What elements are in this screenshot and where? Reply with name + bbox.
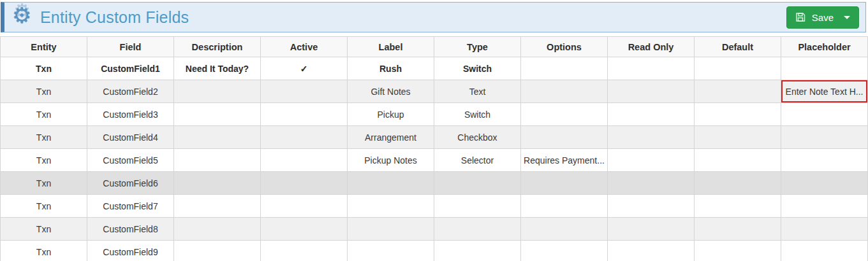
cell-options[interactable] <box>521 57 608 80</box>
cell-entity[interactable]: Txn <box>1 218 87 241</box>
table-row: Txn CustomField8 <box>1 218 868 241</box>
cell-description[interactable] <box>174 172 261 195</box>
cell-label[interactable] <box>348 195 434 218</box>
save-button[interactable]: Save <box>786 6 859 29</box>
cell-read-only[interactable] <box>608 195 695 218</box>
cell-entity[interactable]: Txn <box>1 126 87 149</box>
cell-description[interactable] <box>174 103 261 126</box>
cell-label[interactable]: Pickup <box>348 103 434 126</box>
cell-type[interactable]: Text <box>434 80 521 103</box>
cell-description[interactable] <box>174 195 261 218</box>
cell-read-only[interactable] <box>608 80 695 103</box>
cell-type[interactable] <box>434 241 521 261</box>
cell-type[interactable]: Checkbox <box>434 126 521 149</box>
cell-options[interactable] <box>521 126 608 149</box>
cell-entity[interactable]: Txn <box>1 57 87 80</box>
cell-active[interactable]: ✓ <box>261 57 348 80</box>
cell-read-only[interactable] <box>608 149 695 172</box>
cell-default[interactable] <box>695 80 781 103</box>
cell-active[interactable] <box>261 218 348 241</box>
table-row: Txn CustomField2 Gift Notes Text Enter N… <box>1 80 868 103</box>
cell-options[interactable] <box>521 172 608 195</box>
cell-label[interactable] <box>348 241 434 261</box>
page-header: ⚙ ⚙ Entity Custom Fields Save <box>1 2 866 32</box>
cell-description[interactable] <box>174 126 261 149</box>
cell-field[interactable]: CustomField8 <box>87 218 174 241</box>
cell-options[interactable] <box>521 103 608 126</box>
cell-type[interactable] <box>434 195 521 218</box>
cell-read-only[interactable] <box>608 126 695 149</box>
cell-placeholder[interactable] <box>781 103 868 126</box>
cell-type[interactable]: Selector <box>434 149 521 172</box>
cell-default[interactable] <box>695 103 781 126</box>
cell-entity[interactable]: Txn <box>1 172 87 195</box>
cell-active[interactable] <box>261 126 348 149</box>
cell-default[interactable] <box>695 218 781 241</box>
cell-placeholder[interactable] <box>781 149 868 172</box>
cell-field[interactable]: CustomField2 <box>87 80 174 103</box>
cell-label[interactable]: Pickup Notes <box>348 149 434 172</box>
cell-type[interactable] <box>434 172 521 195</box>
cell-placeholder[interactable] <box>781 218 868 241</box>
cell-placeholder[interactable] <box>781 172 868 195</box>
cell-options[interactable]: Requires Payment... <box>521 149 608 172</box>
cell-read-only[interactable] <box>608 57 695 80</box>
cell-description[interactable]: Need It Today? <box>174 57 261 80</box>
table-row-selected: Txn CustomField6 <box>1 172 868 195</box>
cell-placeholder-highlighted[interactable]: Enter Note Text H... <box>781 80 868 103</box>
cell-active[interactable] <box>261 241 348 261</box>
cell-options[interactable] <box>521 80 608 103</box>
cell-label[interactable]: Gift Notes <box>348 80 434 103</box>
cell-field[interactable]: CustomField6 <box>87 172 174 195</box>
cell-active[interactable] <box>261 172 348 195</box>
cell-field[interactable]: CustomField4 <box>87 126 174 149</box>
cell-label[interactable] <box>348 172 434 195</box>
cell-placeholder[interactable] <box>781 57 868 80</box>
cell-label[interactable] <box>348 218 434 241</box>
save-dropdown-caret-icon[interactable] <box>844 16 850 19</box>
cell-default[interactable] <box>695 172 781 195</box>
cell-read-only[interactable] <box>608 172 695 195</box>
cell-description[interactable] <box>174 149 261 172</box>
cell-read-only[interactable] <box>608 218 695 241</box>
cell-entity[interactable]: Txn <box>1 195 87 218</box>
column-header-entity: Entity <box>1 37 87 57</box>
cell-field[interactable]: CustomField3 <box>87 103 174 126</box>
cell-label[interactable]: Rush <box>348 57 434 80</box>
cell-type[interactable] <box>434 218 521 241</box>
cell-options[interactable] <box>521 241 608 261</box>
cell-entity[interactable]: Txn <box>1 103 87 126</box>
cell-field[interactable]: CustomField5 <box>87 149 174 172</box>
cell-entity[interactable]: Txn <box>1 149 87 172</box>
cell-description[interactable] <box>174 80 261 103</box>
cell-placeholder[interactable] <box>781 195 868 218</box>
cell-default[interactable] <box>695 149 781 172</box>
cell-type[interactable]: Switch <box>434 57 521 80</box>
cell-entity[interactable]: Txn <box>1 241 87 261</box>
table-row: Txn CustomField9 <box>1 241 868 261</box>
cell-field[interactable]: CustomField1 <box>87 57 174 80</box>
cell-description[interactable] <box>174 241 261 261</box>
cell-entity[interactable]: Txn <box>1 80 87 103</box>
cell-options[interactable] <box>521 218 608 241</box>
cell-default[interactable] <box>695 126 781 149</box>
cell-default[interactable] <box>695 57 781 80</box>
cell-active[interactable] <box>261 149 348 172</box>
cell-description[interactable] <box>174 218 261 241</box>
cell-active[interactable] <box>261 103 348 126</box>
cell-default[interactable] <box>695 195 781 218</box>
cell-active[interactable] <box>261 195 348 218</box>
cell-placeholder[interactable] <box>781 126 868 149</box>
cell-active[interactable] <box>261 80 348 103</box>
cell-read-only[interactable] <box>608 241 695 261</box>
cell-field[interactable]: CustomField7 <box>87 195 174 218</box>
cell-label[interactable]: Arrangement <box>348 126 434 149</box>
cell-type[interactable]: Switch <box>434 103 521 126</box>
cell-field[interactable]: CustomField9 <box>87 241 174 261</box>
cell-placeholder[interactable] <box>781 241 868 261</box>
column-header-read-only: Read Only <box>608 37 695 57</box>
save-button-label: Save <box>812 12 834 23</box>
cell-options[interactable] <box>521 195 608 218</box>
cell-default[interactable] <box>695 241 781 261</box>
cell-read-only[interactable] <box>608 103 695 126</box>
